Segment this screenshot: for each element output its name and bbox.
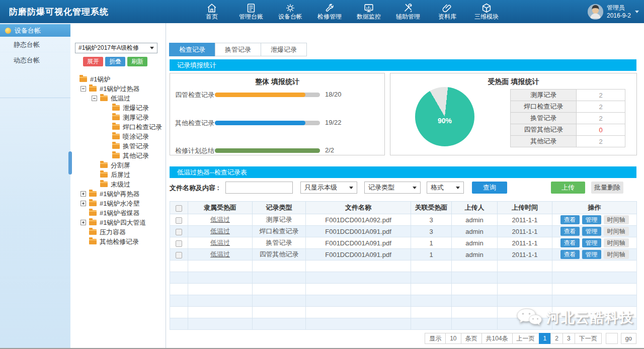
tree-node[interactable]: 其他记录 bbox=[70, 151, 165, 160]
tree-node-label: 其他检修记录 bbox=[100, 237, 139, 246]
tab-inspection-records[interactable]: 检查记录 bbox=[169, 43, 215, 56]
view-button[interactable]: 查看 bbox=[560, 227, 580, 236]
tree-node[interactable]: 其他检修记录 bbox=[70, 237, 165, 246]
folder-icon bbox=[112, 124, 120, 130]
row-checkbox[interactable] bbox=[176, 217, 182, 224]
go-button[interactable]: go bbox=[621, 333, 636, 344]
column-header: 上传时间 bbox=[498, 202, 552, 214]
expand-expander-icon[interactable] bbox=[80, 191, 86, 197]
nav-item-ledger[interactable]: 管理台账 bbox=[231, 0, 271, 23]
prev-page-button[interactable]: 上一页 bbox=[512, 333, 539, 344]
page-button-1[interactable]: 1 bbox=[539, 333, 551, 344]
upload-button[interactable]: 上传 bbox=[551, 182, 585, 194]
manage-button[interactable]: 管理 bbox=[582, 250, 601, 259]
column-header: 隶属受热面 bbox=[188, 202, 253, 214]
file-name-cell: F001DCD001A091.pdf bbox=[306, 237, 411, 249]
scope-select[interactable]: 只显示本级 bbox=[300, 182, 357, 194]
tab-explosion-records[interactable]: 泄爆记录 bbox=[261, 43, 307, 56]
refresh-tree-button[interactable]: 刷新 bbox=[127, 57, 147, 66]
timeline-button[interactable]: 时间轴 bbox=[604, 250, 629, 259]
nav-item-label: 三维模块 bbox=[467, 13, 506, 20]
view-button[interactable]: 查看 bbox=[560, 250, 580, 259]
tab-tube-replacement-records[interactable]: 换管记录 bbox=[215, 43, 261, 56]
search-button[interactable]: 查询 bbox=[472, 182, 507, 194]
progress-track bbox=[215, 93, 320, 97]
collapse-all-button[interactable]: 折叠 bbox=[105, 57, 125, 66]
surface-link[interactable]: 低温过 bbox=[210, 216, 230, 223]
stat-value: 2 bbox=[577, 90, 625, 101]
tree-node[interactable]: #1锅炉水冷壁 bbox=[70, 199, 165, 208]
batch-delete-button[interactable]: 批量删除 bbox=[591, 182, 623, 194]
tree-node[interactable]: #1锅炉过热器 bbox=[70, 84, 165, 94]
surface-link[interactable]: 低温过 bbox=[210, 239, 230, 246]
record-type-select[interactable]: 记录类型 bbox=[364, 182, 421, 194]
collapse-expander-icon[interactable] bbox=[92, 96, 97, 101]
row-checkbox[interactable] bbox=[176, 252, 182, 258]
timeline-button[interactable]: 时间轴 bbox=[604, 227, 629, 236]
surface-link[interactable]: 低温过 bbox=[210, 227, 230, 235]
tree-node[interactable]: 测厚记录 bbox=[70, 113, 165, 122]
format-select[interactable]: 格式 bbox=[427, 182, 464, 194]
page-button-2[interactable]: 2 bbox=[550, 333, 563, 344]
timeline-button[interactable]: 时间轴 bbox=[604, 238, 629, 247]
related-surface-cell: 3 bbox=[411, 226, 452, 237]
sidebar-item-static-ledger[interactable]: 静态台帐 bbox=[0, 37, 70, 52]
tree-node[interactable]: 末级过 bbox=[70, 180, 165, 189]
expand-expander-icon[interactable] bbox=[80, 201, 86, 206]
nav-item-home[interactable]: 首页 bbox=[192, 0, 231, 23]
empty-row bbox=[170, 295, 637, 307]
view-button[interactable]: 查看 bbox=[560, 215, 580, 224]
next-page-button[interactable]: 下一页 bbox=[575, 333, 602, 344]
tree-node[interactable]: 焊口检查记录 bbox=[70, 122, 165, 132]
tree-node[interactable]: 分割屏 bbox=[70, 160, 165, 170]
ledger-icon bbox=[231, 0, 271, 13]
manage-button[interactable]: 管理 bbox=[582, 227, 601, 236]
scrollbar-thumb[interactable] bbox=[68, 151, 72, 175]
row-checkbox[interactable] bbox=[176, 229, 182, 235]
sidebar-item-dynamic-ledger[interactable]: 动态台帐 bbox=[0, 52, 70, 68]
tree-node[interactable]: 后屏过 bbox=[70, 170, 165, 180]
wrench-icon bbox=[310, 0, 349, 13]
manage-button[interactable]: 管理 bbox=[582, 215, 601, 224]
surface-link[interactable]: 低温过 bbox=[210, 250, 230, 258]
tree-node[interactable]: #1锅炉再热器 bbox=[70, 189, 165, 199]
select-all-checkbox[interactable] bbox=[176, 205, 182, 212]
file-name-cell: F001DCD001A092.pdf bbox=[306, 214, 411, 226]
tree-node[interactable]: 泄爆记录 bbox=[70, 103, 165, 113]
nav-item-3d-module[interactable]: 三维模块 bbox=[467, 0, 506, 23]
page-size-select[interactable]: 10 bbox=[445, 333, 461, 344]
manage-button[interactable]: 管理 bbox=[582, 238, 601, 247]
tree-node[interactable]: 低温过 bbox=[70, 94, 165, 103]
tree-node[interactable]: #1锅炉 bbox=[70, 74, 165, 84]
nav-item-monitoring[interactable]: 数据监控 bbox=[349, 0, 388, 23]
nav-item-maintenance[interactable]: 检修管理 bbox=[310, 0, 349, 23]
nav-item-library[interactable]: 资料库 bbox=[428, 0, 467, 23]
user-menu[interactable]: 管理员 2016-9-2 bbox=[588, 4, 631, 20]
tree-node[interactable]: 压力容器 bbox=[70, 227, 165, 237]
surface-stats-panel: 受热面 填报统计 90% 测厚记录2 焊口检查记录2 换管记录2 四管其他记录0… bbox=[390, 73, 637, 155]
tree-node[interactable]: 换管记录 bbox=[70, 141, 165, 151]
tree-node[interactable]: #1锅炉四大管道 bbox=[70, 218, 165, 227]
upload-time-cell: 2011-1-1 bbox=[498, 214, 552, 226]
stat-label: 测厚记录 bbox=[511, 90, 577, 101]
view-button[interactable]: 查看 bbox=[560, 238, 580, 247]
collapse-expander-icon[interactable] bbox=[80, 86, 86, 92]
nav-item-auxiliary[interactable]: 辅助管理 bbox=[388, 0, 428, 23]
column-header: 关联受热面 bbox=[411, 202, 452, 214]
timeline-button[interactable]: 时间轴 bbox=[604, 215, 629, 224]
expand-expander-icon[interactable] bbox=[80, 220, 86, 225]
sidebar-item-label: 动态台帐 bbox=[14, 56, 40, 64]
nav-item-equipment[interactable]: 设备台帐 bbox=[271, 0, 310, 23]
tree-node[interactable]: 喷涂记录 bbox=[70, 132, 165, 141]
tree-node[interactable]: #1锅炉省煤器 bbox=[70, 208, 165, 218]
tree-node-label: #1锅炉四大管道 bbox=[100, 218, 146, 227]
file-search-input[interactable] bbox=[225, 182, 293, 194]
page-jump-input[interactable] bbox=[606, 333, 618, 344]
expand-all-button[interactable]: 展开 bbox=[83, 57, 103, 66]
folder-icon bbox=[100, 172, 108, 178]
user-caret-down-icon[interactable] bbox=[635, 11, 639, 13]
row-checkbox[interactable] bbox=[176, 240, 182, 247]
overhaul-plan-select[interactable]: #1锅炉2017年A级检修 bbox=[75, 43, 157, 53]
sidebar-header-equipment-ledger[interactable]: 设备台帐 bbox=[0, 24, 70, 37]
page-button-3[interactable]: 3 bbox=[562, 333, 575, 344]
